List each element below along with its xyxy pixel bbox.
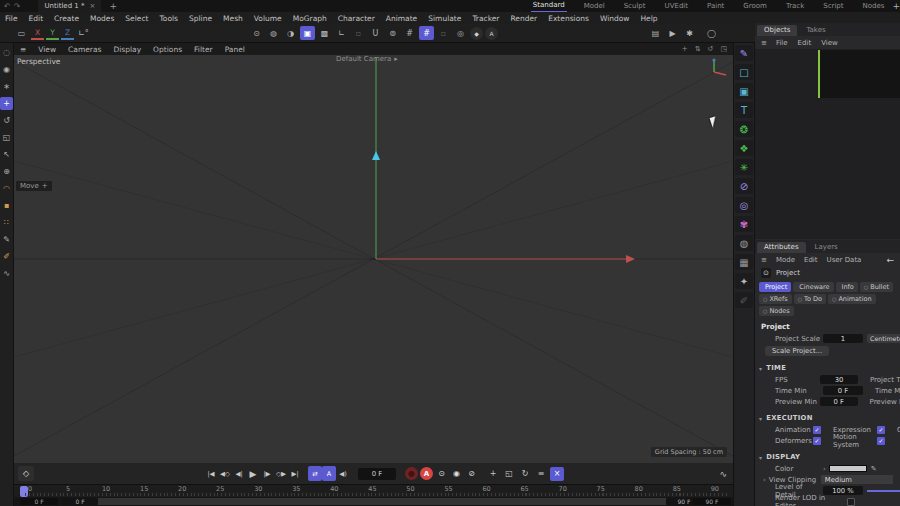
axis-lock-x[interactable]: X — [31, 27, 44, 40]
range-start-field[interactable]: 0 F — [20, 498, 58, 505]
tab-objects[interactable]: Objects — [757, 25, 797, 36]
object-manager-menu-item[interactable]: Edit — [798, 39, 812, 47]
expander-icon[interactable]: › — [823, 465, 826, 473]
menu-item[interactable]: Modes — [90, 14, 114, 23]
menu-item[interactable]: Create — [54, 14, 79, 23]
hamburger-icon[interactable]: ≡ — [761, 39, 767, 47]
level-of-detail-slider[interactable] — [867, 490, 900, 492]
axis-mode-icon[interactable]: ∟ — [334, 26, 349, 40]
chip-xrefs[interactable]: ○XRefs — [759, 294, 792, 304]
add-workspace-button[interactable]: + — [892, 1, 900, 11]
point-mode-icon[interactable]: ▩ — [317, 26, 332, 40]
tab-attributes[interactable]: Attributes — [757, 242, 806, 253]
object-manager-menu-item[interactable]: View — [821, 39, 838, 47]
motion-system-checkbox[interactable]: ✓ — [877, 437, 885, 445]
object-manager-menu-item[interactable]: File — [776, 39, 788, 47]
new-document-button[interactable]: + — [109, 1, 117, 11]
workplane-mode-icon[interactable]: ▫ — [351, 26, 366, 40]
hamburger-icon[interactable]: ≡ — [761, 256, 767, 264]
time-section-header[interactable]: ▾ TIME — [755, 362, 900, 374]
attributes-menu-item[interactable]: Edit — [804, 256, 818, 264]
workspace-tab-uvedit[interactable]: UVEdit — [663, 1, 690, 12]
chip-todo[interactable]: ○To Do — [794, 294, 826, 304]
render-settings-icon[interactable]: ✱ — [682, 26, 697, 40]
range-in-handle[interactable]: 0 F — [62, 498, 98, 505]
execution-section-header[interactable]: ▾ EXECUTION — [755, 412, 900, 424]
chip-info[interactable]: Info — [836, 282, 858, 292]
viewport-menu-item[interactable]: Cameras — [68, 45, 101, 54]
quantize-icon[interactable]: # — [419, 26, 434, 40]
toggle-view-icon[interactable]: ◳ — [720, 45, 727, 53]
spline-pen-icon[interactable]: ✎ — [735, 45, 753, 61]
chip-animation[interactable]: ○Animation — [828, 294, 876, 304]
magnet-snap-icon[interactable]: U — [368, 26, 383, 40]
undo-icon[interactable]: ↶ — [4, 2, 11, 11]
chip-nodes[interactable]: ○Nodes — [759, 306, 794, 316]
render-lod-checkbox[interactable] — [847, 498, 855, 506]
play-button[interactable]: ▶ — [246, 466, 260, 481]
sim-settings-icon[interactable]: A — [485, 27, 498, 40]
primitive-cube-icon[interactable]: ▣ — [735, 83, 753, 99]
record-option-button[interactable]: ◉ — [450, 467, 463, 480]
menu-item[interactable]: Select — [125, 14, 148, 23]
viewport[interactable]: ≡ ViewCamerasDisplayOptionsFilterPanel +… — [14, 43, 733, 463]
record-parameter-toggle[interactable]: ≡ — [534, 467, 548, 481]
menu-item[interactable]: Volume — [254, 14, 282, 23]
render-picture-viewer-icon[interactable]: ▶ — [665, 26, 680, 40]
viewport-canvas[interactable]: Perspective Default Camera ▸ Move + Grid… — [14, 55, 733, 463]
attributes-menu-item[interactable]: User Data — [827, 256, 862, 264]
sketch-tool-icon[interactable]: ∿ — [0, 267, 13, 280]
menu-item[interactable]: Simulate — [428, 14, 461, 23]
make-editable-icon[interactable]: ◑ — [283, 26, 298, 40]
render-view-icon[interactable]: ▤ — [648, 26, 663, 40]
grid-snap-icon[interactable]: # — [402, 26, 417, 40]
viewport-view-label[interactable]: Perspective — [17, 57, 60, 66]
unit-dropdown[interactable]: Centimeters ▾ — [867, 334, 900, 343]
timeline-ruler[interactable]: 051015202530354045505560657075808590 — [14, 484, 733, 497]
pen-tool-icon[interactable]: ✐ — [0, 250, 13, 263]
workspace-tab-track[interactable]: Track — [784, 1, 806, 12]
coordinate-system-icon[interactable]: ∟° — [76, 26, 91, 40]
time-field[interactable]: 0 F — [820, 397, 858, 406]
viewport-menu-item[interactable]: Filter — [194, 45, 213, 54]
text-object-icon[interactable]: T — [735, 102, 753, 118]
range-end-field[interactable]: 90 F — [693, 498, 731, 505]
viewport-camera-label[interactable]: Default Camera ▸ — [336, 55, 398, 63]
camera-zoom-icon[interactable]: ⇅ — [695, 45, 701, 53]
workspace-tab-sculpt[interactable]: Sculpt — [622, 1, 648, 12]
menu-item[interactable]: Help — [640, 14, 657, 23]
hamburger-icon[interactable]: ≡ — [20, 45, 26, 54]
expander-icon[interactable]: › — [763, 476, 766, 484]
goto-start-button[interactable]: |◀ — [204, 466, 218, 481]
viewport-menu-item[interactable]: Panel — [225, 45, 245, 54]
menu-item[interactable]: Spline — [189, 14, 212, 23]
workspace-tab-groom[interactable]: Groom — [741, 1, 769, 12]
chip-cineware[interactable]: Cineware — [793, 282, 833, 292]
redo-icon[interactable]: ↷ — [14, 2, 21, 11]
spline-points-tool[interactable]: ∷ — [0, 216, 13, 229]
axis-lock-y[interactable]: Y — [46, 27, 59, 40]
menu-item[interactable]: MoGraph — [293, 14, 327, 23]
material-icon[interactable]: ✐ — [735, 292, 753, 308]
sound-toggle-button[interactable]: ◀) — [336, 466, 350, 481]
menu-item[interactable]: Window — [600, 14, 630, 23]
record-position-toggle[interactable]: + — [486, 467, 500, 481]
project-scale-field[interactable]: 1 — [823, 334, 863, 343]
field-icon[interactable]: ◎ — [735, 197, 753, 213]
camera-rotate-icon[interactable]: ↺ — [708, 45, 714, 53]
time-field[interactable]: 30 — [820, 375, 858, 384]
menu-item[interactable]: Animate — [386, 14, 417, 23]
scale-project-button[interactable]: Scale Project... — [765, 346, 829, 356]
sim-scene-icon[interactable]: ◆ — [470, 27, 483, 40]
live-selection-tool[interactable]: ◉ — [0, 63, 13, 76]
menu-item[interactable]: Render — [510, 14, 537, 23]
back-arrow-icon[interactable]: ← — [886, 255, 894, 265]
goto-end-button[interactable]: ▶| — [288, 466, 302, 481]
light-object-icon[interactable]: ✦ — [735, 273, 753, 289]
record-pla-toggle[interactable]: × — [550, 467, 564, 481]
object-mode-icon[interactable]: ▣ — [300, 26, 315, 40]
animation-checkbox[interactable]: ✓ — [813, 426, 821, 434]
axis-lock-z[interactable]: Z — [61, 27, 74, 40]
object-list[interactable] — [755, 49, 900, 239]
tweak-tool-icon[interactable]: ↖ — [0, 148, 13, 161]
